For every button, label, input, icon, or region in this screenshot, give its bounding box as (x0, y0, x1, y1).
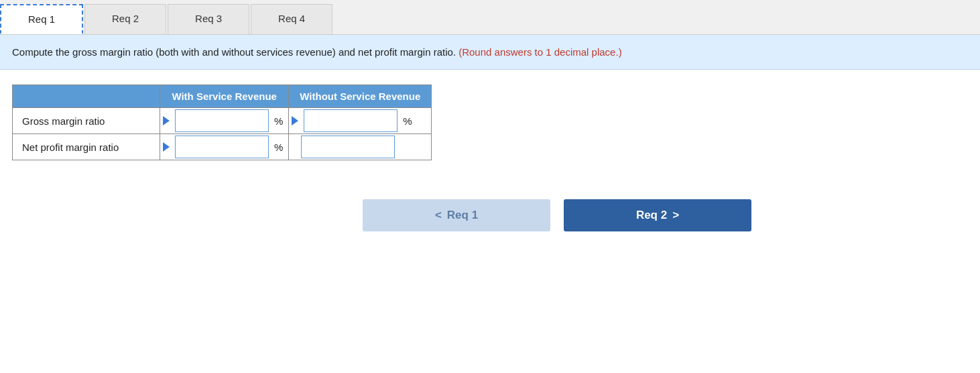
tab-req3-label: Req 3 (195, 13, 222, 24)
prev-chevron-icon: < (435, 209, 442, 222)
net-profit-col1-input-group: % (160, 134, 288, 160)
table-header-label (13, 85, 160, 108)
table-header-col1: With Service Revenue (160, 85, 289, 108)
gross-margin-col2-input-group: % (289, 108, 431, 134)
triangle-icon-gm-col1 (163, 116, 170, 125)
nav-buttons: < Req 1 Req 2 > (134, 179, 980, 245)
gross-margin-col2-pct: % (400, 115, 414, 127)
gross-margin-col1-pct: % (271, 115, 286, 127)
net-profit-col2-cell (289, 134, 432, 160)
gross-margin-label: Gross margin ratio (13, 108, 160, 134)
tabs-bar: Req 1 Req 2 Req 3 Req 4 (0, 0, 980, 35)
gross-margin-col1-input-group: % (160, 108, 288, 134)
net-profit-col2-input[interactable] (301, 136, 395, 158)
tab-req3[interactable]: Req 3 (168, 4, 249, 34)
tab-req1-label: Req 1 (28, 13, 55, 25)
table-row: Net profit margin ratio % (13, 134, 432, 160)
tab-req4-label: Req 4 (278, 13, 305, 24)
instruction-red-text: (Round answers to 1 decimal place.) (458, 46, 621, 58)
instruction-main-text: Compute the gross margin ratio (both wit… (12, 46, 456, 58)
table-area: With Service Revenue Without Service Rev… (0, 70, 980, 179)
gross-margin-col1-input[interactable] (175, 109, 269, 132)
prev-button-label: Req 1 (447, 209, 478, 222)
table-row: Gross margin ratio % % (13, 108, 432, 134)
ratios-table: With Service Revenue Without Service Rev… (12, 85, 432, 160)
net-profit-col2-input-group (289, 134, 431, 160)
tab-req2-label: Req 2 (112, 13, 139, 24)
next-chevron-icon: > (672, 209, 679, 222)
gross-margin-col1-cell: % (160, 108, 289, 134)
next-button-label: Req 2 (636, 209, 667, 222)
net-profit-col1-cell: % (160, 134, 289, 160)
instruction-box: Compute the gross margin ratio (both wit… (0, 35, 980, 70)
triangle-icon-gm-col2 (292, 116, 298, 125)
tab-req2[interactable]: Req 2 (84, 4, 166, 34)
gross-margin-col2-cell: % (289, 108, 432, 134)
table-header-col2: Without Service Revenue (289, 85, 432, 108)
net-profit-col1-pct: % (271, 142, 286, 153)
page-wrapper: Req 1 Req 2 Req 3 Req 4 Compute the gros… (0, 0, 980, 373)
net-profit-col1-input[interactable] (175, 136, 269, 158)
next-button[interactable]: Req 2 > (564, 199, 751, 231)
net-profit-margin-label: Net profit margin ratio (13, 134, 160, 160)
gross-margin-col2-input[interactable] (304, 109, 397, 132)
tab-req1[interactable]: Req 1 (0, 4, 83, 34)
tab-req4[interactable]: Req 4 (251, 4, 332, 34)
prev-button[interactable]: < Req 1 (363, 199, 550, 231)
triangle-icon-npm-col1 (163, 142, 170, 152)
